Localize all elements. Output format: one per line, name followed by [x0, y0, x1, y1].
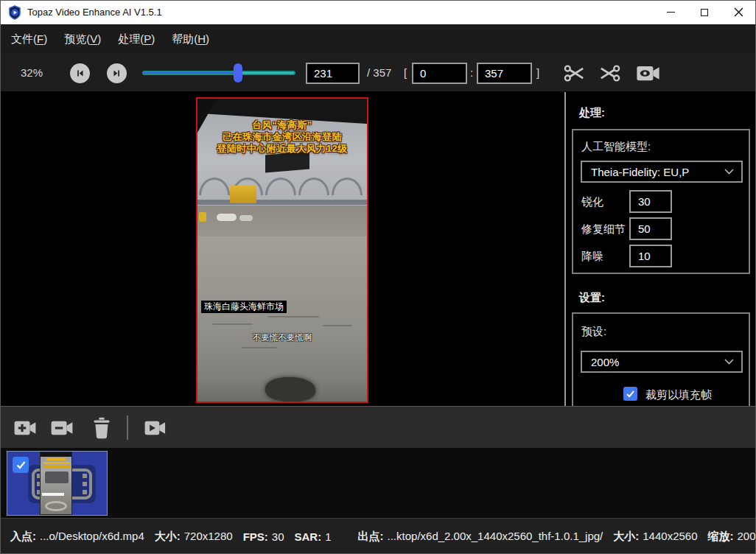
status-out-point: 出点:...ktop/x6d_2.00x_1440x2560_thf-1.0.1… [358, 530, 603, 544]
trim-bracket-close: ] [536, 66, 539, 79]
skip-to-start-button[interactable] [70, 63, 90, 83]
ai-model-label: 人工智能模型: [581, 140, 651, 154]
preview-camera-icon[interactable] [634, 61, 662, 85]
preset-group: 预设: 200% 裁剪以填充帧 [572, 312, 750, 406]
slider-thumb[interactable] [234, 63, 242, 83]
zoom-level-label: 32% [21, 66, 43, 79]
maximize-button[interactable] [687, 1, 721, 24]
ai-model-dropdown[interactable]: Theia-Fidelity: EU,P [581, 161, 743, 183]
clip-thumbnail-image [40, 452, 72, 515]
clip-thumbnail-selected[interactable] [7, 451, 108, 516]
cut-out-scissors-icon[interactable] [598, 61, 622, 85]
chevron-down-icon [724, 169, 734, 175]
process-clip-camera-icon[interactable] [143, 416, 168, 441]
current-frame-input[interactable] [306, 63, 360, 84]
ai-model-group: 人工智能模型: Theia-Fidelity: EU,P 锐化 修复细节 降噪 [572, 129, 750, 274]
minimize-icon [667, 12, 675, 13]
skip-start-icon [74, 68, 85, 79]
status-fps: FPS:30 [243, 530, 284, 543]
sharpen-input[interactable] [629, 190, 672, 213]
video-frame: 台风“海高斯” 已在珠海市金湾区沿海登陆 登陆时中心附近最大风力12级 珠海白藤… [196, 97, 368, 403]
check-icon [15, 460, 27, 469]
delete-clip-trash-icon[interactable] [89, 416, 114, 441]
video-headline: 台风“海高斯” 已在珠海市金湾区沿海登陆 登陆时中心附近最大风力12级 [197, 119, 367, 155]
denoise-label: 降噪 [581, 250, 603, 264]
maximize-icon [701, 9, 708, 16]
toolbar-divider [127, 416, 128, 440]
trim-start-input[interactable] [412, 63, 467, 84]
timeline-slider[interactable] [142, 63, 295, 83]
check-icon [626, 390, 635, 398]
video-preview-pane: 台风“海高斯” 已在珠海市金湾区沿海登陆 登陆时中心附近最大风力12级 珠海白藤… [1, 92, 564, 406]
denoise-input[interactable] [629, 245, 672, 267]
status-in-point: 入点:...o/Desktop/x6d.mp4 [10, 530, 144, 544]
video-debris [265, 377, 315, 402]
status-scale: 缩放:200% [708, 530, 755, 544]
add-clip-camera-icon[interactable] [13, 416, 38, 441]
video-caption: 不要慌不要慌啊 [197, 332, 367, 343]
restore-detail-input[interactable] [629, 217, 672, 240]
menu-preview[interactable]: 预览(V) [64, 32, 101, 46]
remove-clip-camera-icon[interactable] [49, 416, 74, 441]
preset-dropdown[interactable]: 200% [581, 351, 743, 373]
ai-model-value: Theia-Fidelity: EU,P [591, 166, 724, 178]
crop-to-fill-label: 裁剪以填充帧 [645, 388, 712, 402]
trim-end-input[interactable] [477, 63, 532, 84]
settings-panel: 处理: 人工智能模型: Theia-Fidelity: EU,P 锐化 修复细节… [566, 92, 755, 406]
preset-value: 200% [591, 356, 724, 368]
close-icon [734, 7, 743, 17]
skip-to-end-button[interactable] [107, 63, 127, 83]
status-sar: SAR:1 [295, 530, 332, 543]
app-logo-icon [7, 5, 22, 20]
clip-strip [1, 448, 755, 518]
menu-bar: 文件(F) 预览(V) 处理(P) 帮助(H) [1, 24, 755, 54]
window-title: Topaz Video Enhance AI V1.5.1 [27, 7, 162, 18]
sharpen-label: 锐化 [581, 195, 603, 209]
trim-separator: : [470, 66, 473, 79]
frame-total-label: / 357 [367, 66, 391, 79]
video-yellow-truck [230, 186, 256, 203]
settings-heading: 设置: [579, 291, 605, 305]
clip-checkbox[interactable] [13, 457, 29, 473]
cut-in-scissors-icon[interactable] [562, 61, 587, 85]
close-button[interactable] [721, 1, 755, 24]
menu-process[interactable]: 处理(P) [118, 32, 155, 46]
processing-heading: 处理: [579, 106, 605, 120]
minimize-button[interactable] [654, 1, 687, 24]
menu-file[interactable]: 文件(F) [11, 32, 47, 46]
app-window: Topaz Video Enhance AI V1.5.1 文件(F) 预览(V… [0, 0, 756, 554]
title-bar: Topaz Video Enhance AI V1.5.1 [1, 1, 755, 24]
crop-to-fill-checkbox[interactable] [623, 387, 637, 401]
slider-progress [142, 72, 238, 74]
trim-bracket-open: [ [404, 66, 407, 79]
status-bar: 入点:...o/Desktop/x6d.mp4 大小:720x1280 FPS:… [1, 518, 755, 554]
menu-help[interactable]: 帮助(H) [172, 32, 209, 46]
video-flooded-street [197, 206, 367, 236]
preset-label: 预设: [581, 325, 606, 339]
playback-toolbar: 32% / 357 [ : ] [1, 54, 755, 92]
skip-end-icon [111, 68, 122, 79]
chevron-down-icon [724, 359, 734, 365]
main-area: 台风“海高斯” 已在珠海市金湾区沿海登陆 登陆时中心附近最大风力12级 珠海白藤… [1, 92, 755, 406]
clip-toolbar [1, 406, 755, 448]
restore-detail-label: 修复细节 [581, 222, 626, 236]
slider-track-highlight [240, 72, 294, 74]
video-location-tag: 珠海白藤头海鲜市场 [201, 301, 287, 313]
status-output-size: 大小:1440x2560 [613, 530, 697, 544]
status-input-size: 大小:720x1280 [155, 530, 233, 544]
